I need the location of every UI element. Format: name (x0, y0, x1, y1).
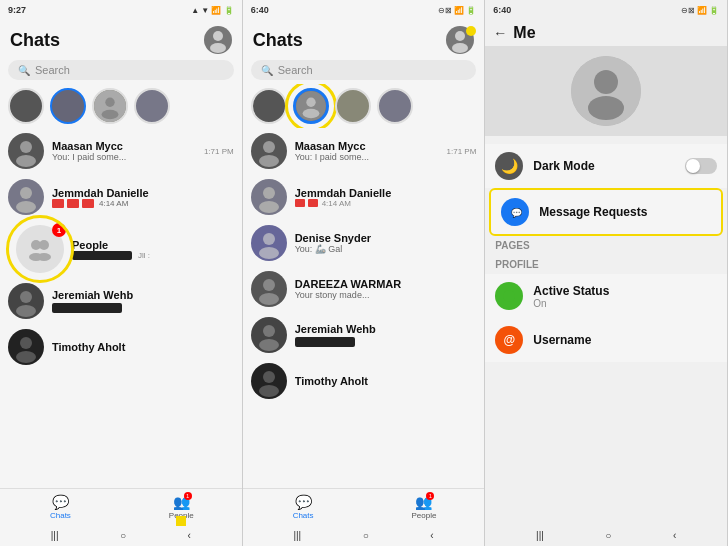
me-title: Me (513, 24, 535, 42)
nav-people-2[interactable]: 👥 1 People (364, 494, 485, 520)
active-status-sublabel: On (533, 298, 717, 309)
svg-point-4 (102, 110, 119, 119)
story-1-4[interactable] (134, 88, 170, 124)
story-2-3[interactable] (335, 88, 371, 124)
nav-chats-2[interactable]: 💬 Chats (243, 494, 364, 520)
message-requests-item[interactable]: 💬 Message Requests (489, 188, 723, 236)
chat-info-4: Jeremiah Wehb x (52, 289, 234, 313)
sys-nav-back-1[interactable]: ‹ (188, 530, 191, 541)
chat-avatar-1 (8, 133, 44, 169)
sys-nav-back-3[interactable]: ‹ (673, 530, 676, 541)
story-2-1[interactable] (251, 88, 287, 124)
chat-item-2-3[interactable]: Denise Snyder You: 🦾 Gal (243, 220, 485, 266)
panel-1: 9:27 ▲ ▼ 📶 🔋 Chats 🔍 Search Maas (0, 0, 243, 546)
search-bar-2[interactable]: 🔍 Search (251, 60, 477, 80)
nav-people-1[interactable]: 👥 1 People (121, 494, 242, 520)
back-button[interactable]: ← (493, 25, 507, 41)
chat-info-2-5: Jeremiah Wehb x (295, 323, 477, 347)
chat-item-people[interactable]: 1 People Jll : (0, 220, 242, 278)
profile-avatar[interactable] (571, 56, 641, 126)
story-1-3[interactable] (92, 88, 128, 124)
message-requests-text: Message Requests (539, 205, 711, 219)
chat-info-2-6: Timothy Aholt (295, 375, 477, 387)
chat-item-4[interactable]: Jeremiah Wehb x (0, 278, 242, 324)
dark-mode-label: Dark Mode (533, 159, 675, 173)
people-badge-1: 1 (52, 223, 66, 237)
username-icon: @ (495, 326, 523, 354)
story-2-2-container (293, 88, 329, 124)
search-bar-1[interactable]: 🔍 Search (8, 60, 234, 80)
status-bar-2: 6:40 ⊖⊠ 📶 🔋 (243, 0, 485, 20)
svg-point-33 (259, 385, 279, 397)
chat-avatar-2 (8, 179, 44, 215)
panel-3: 6:40 ⊖⊠ 📶 🔋 ← Me 🌙 Dark Mode (485, 0, 728, 546)
active-status-text: Active Status On (533, 284, 717, 309)
header-2: Chats (243, 20, 485, 58)
chat-item-2-5[interactable]: Jeremiah Wehb x (243, 312, 485, 358)
sys-nav-menu-3[interactable]: ||| (536, 530, 544, 541)
pages-section-label: Pages (485, 236, 727, 255)
chat-meta-1: 1:71 PM (204, 147, 234, 156)
svg-point-35 (594, 70, 618, 94)
svg-point-18 (452, 43, 468, 53)
chat-item-2-2[interactable]: Jemmdah Danielle 4:14 AM (243, 174, 485, 220)
message-requests-icon: 💬 (501, 198, 529, 226)
chat-name-5: Timothy Aholt (52, 341, 234, 353)
status-bar-3: 6:40 ⊖⊠ 📶 🔋 (485, 0, 727, 20)
header-avatar-1[interactable] (204, 26, 232, 54)
chat-item-2-1[interactable]: Maasan Mycc You: I paid some... 1:71 PM (243, 128, 485, 174)
svg-point-13 (20, 291, 32, 303)
people-label: People (72, 239, 150, 251)
status-bar-1: 9:27 ▲ ▼ 📶 🔋 (0, 0, 242, 20)
header-1: Chats (0, 20, 242, 58)
chat-item-2[interactable]: Jemmdah Danielle 4:14 AM (0, 174, 242, 220)
chat-preview-1: You: I paid some... (52, 152, 196, 162)
story-1-2[interactable] (50, 88, 86, 124)
sys-nav-home-3[interactable]: ○ (605, 530, 611, 541)
people-badge-dot-1: 1 (184, 492, 192, 500)
svg-point-30 (263, 325, 275, 337)
username-text: Username (533, 333, 717, 347)
dark-mode-item[interactable]: 🌙 Dark Mode (485, 144, 727, 188)
search-icon-1: 🔍 (18, 65, 30, 76)
chat-item-2-6[interactable]: Timothy Aholt (243, 358, 485, 404)
nav-chats-1[interactable]: 💬 Chats (0, 494, 121, 520)
svg-point-7 (20, 187, 32, 199)
sys-nav-1: ||| ○ ‹ (0, 524, 242, 546)
people-info: People Jll : (72, 239, 150, 260)
story-2-2[interactable] (293, 88, 329, 124)
svg-point-16 (16, 351, 36, 363)
chat-name-1: Maasan Mycc (52, 140, 196, 152)
sys-nav-menu-1[interactable]: ||| (51, 530, 59, 541)
svg-point-21 (302, 109, 319, 118)
chat-info-2-1: Maasan Mycc You: I paid some... (295, 140, 439, 162)
svg-point-26 (263, 233, 275, 245)
status-icons-1: ▲ ▼ 📶 🔋 (191, 6, 234, 15)
sys-nav-home-1[interactable]: ○ (120, 530, 126, 541)
svg-point-20 (306, 98, 315, 107)
svg-point-28 (263, 279, 275, 291)
svg-point-17 (455, 31, 465, 41)
svg-point-22 (263, 141, 275, 153)
story-1-1[interactable] (8, 88, 44, 124)
sys-nav-back-2[interactable]: ‹ (430, 530, 433, 541)
svg-point-10 (39, 240, 49, 250)
chat-list-2: Maasan Mycc You: I paid some... 1:71 PM … (243, 128, 485, 488)
dark-mode-text: Dark Mode (533, 159, 675, 173)
nav-people-badge-1: 👥 1 (173, 494, 190, 510)
sys-nav-home-2[interactable]: ○ (363, 530, 369, 541)
header-title-1: Chats (10, 30, 198, 51)
username-item[interactable]: @ Username (485, 318, 727, 362)
svg-point-8 (16, 201, 36, 213)
chat-item-1[interactable]: Maasan Mycc You: I paid some... 1:71 PM (0, 128, 242, 174)
dark-mode-toggle[interactable] (685, 158, 717, 174)
panel-2: 6:40 ⊖⊠ 📶 🔋 Chats 🔍 Search (243, 0, 486, 546)
bottom-nav-2: 💬 Chats 👥 1 People (243, 488, 485, 524)
chats-label-1: Chats (50, 511, 71, 520)
sys-nav-menu-2[interactable]: ||| (293, 530, 301, 541)
chat-item-2-4[interactable]: DAREEZA WARMAR Your stony made... (243, 266, 485, 312)
dark-mode-icon: 🌙 (495, 152, 523, 180)
story-2-4[interactable] (377, 88, 413, 124)
active-status-item[interactable]: Active Status On (485, 274, 727, 318)
chat-item-5[interactable]: Timothy Aholt (0, 324, 242, 370)
